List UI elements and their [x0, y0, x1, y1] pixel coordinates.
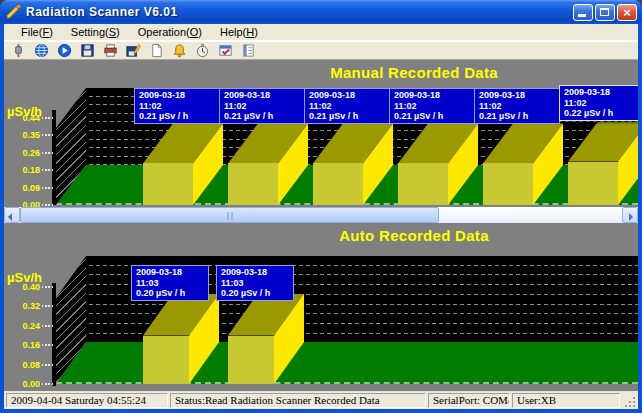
- chart-title: Manual Recorded Data: [184, 64, 638, 81]
- record-time: 11:02: [309, 101, 385, 112]
- record-value: 0.21 µSv / h: [394, 111, 470, 122]
- y-tick-label: 0.00: [4, 200, 40, 207]
- status-datetime: 2009-04-04 Saturday 04:55:24: [6, 393, 168, 408]
- timer-icon: [195, 43, 210, 58]
- connect-icon: [11, 43, 26, 58]
- toolbar-save-as-button[interactable]: [123, 41, 143, 60]
- toolbar-report-button[interactable]: [146, 41, 166, 60]
- record-value: 0.21 µSv / h: [479, 111, 555, 122]
- data-label-box[interactable]: 2009-03-1811:020.21 µSv / h: [134, 88, 220, 124]
- toolbar-connect-button[interactable]: [8, 41, 28, 60]
- app-pencil-icon[interactable]: [6, 4, 22, 20]
- toolbar-alarm-button[interactable]: [169, 41, 189, 60]
- toolbar-run-button[interactable]: [54, 41, 74, 60]
- record-date: 2009-03-18: [136, 267, 204, 278]
- status-serial-port: SerialPort: COM4: [428, 393, 510, 408]
- bar-front-face: [398, 163, 448, 205]
- y-axis-line: [52, 110, 56, 205]
- data-label-box[interactable]: 2009-03-1811:030.20 µSv / h: [131, 265, 209, 301]
- toolbar-timer-button[interactable]: [192, 41, 212, 60]
- y-tick-marks-icon: [42, 169, 55, 171]
- chart-title: Auto Recorded Data: [184, 227, 638, 244]
- bar-front-face: [143, 163, 193, 205]
- y-tick-marks-icon: [42, 187, 55, 189]
- world-icon: [34, 43, 49, 58]
- y-tick-label: 0.40: [4, 282, 40, 292]
- menu-bar: File(F)Setting(S)Operation(O)Help(H): [4, 24, 638, 41]
- data-label-box[interactable]: 2009-03-1811:020.21 µSv / h: [389, 88, 475, 124]
- menu-item-s[interactable]: Setting(S): [62, 25, 129, 40]
- client-area: File(F)Setting(S)Operation(O)Help(H) Man…: [4, 24, 638, 409]
- scroll-left-icon: [8, 213, 12, 221]
- maximize-button[interactable]: [595, 4, 615, 21]
- y-tick-marks-icon: [42, 134, 55, 136]
- run-icon: [57, 43, 72, 58]
- record-date: 2009-03-18: [479, 90, 555, 101]
- toolbar-world-button[interactable]: [31, 41, 51, 60]
- scroll-right-icon: [629, 213, 633, 221]
- y-tick-marks-icon: [42, 344, 55, 346]
- toolbar-print-button[interactable]: [100, 41, 120, 60]
- record-date: 2009-03-18: [139, 90, 215, 101]
- title-bar[interactable]: Radiation Scanner V6.01 ×: [0, 0, 642, 24]
- bar-front-face: [313, 163, 363, 205]
- bar-front-face: [483, 163, 533, 205]
- y-tick-marks-icon: [42, 383, 55, 385]
- scrollbar-track[interactable]: [20, 207, 622, 223]
- y-tick-label: 0.16: [4, 340, 40, 350]
- data-label-box[interactable]: 2009-03-1811:030.20 µSv / h: [216, 265, 294, 301]
- bar-front-face: [228, 336, 274, 385]
- bar-front-face: [143, 336, 189, 385]
- menu-item-o[interactable]: Operation(O): [129, 25, 211, 40]
- record-value: 0.22 µSv / h: [564, 108, 638, 119]
- scroll-left-button[interactable]: [4, 207, 20, 223]
- record-value: 0.21 µSv / h: [139, 111, 215, 122]
- y-tick-marks-icon: [42, 117, 55, 119]
- toolbar-log-button[interactable]: [238, 41, 258, 60]
- toolbar-save-button[interactable]: [77, 41, 97, 60]
- bar-front-face: [228, 163, 278, 205]
- status-user: User:XB: [512, 393, 620, 408]
- y-tick-label: 0.44: [4, 113, 40, 123]
- record-date: 2009-03-18: [394, 90, 470, 101]
- manual-recorded-chart: Manual Recorded DataµSv/h0.440.350.260.1…: [4, 60, 638, 207]
- toolbar-settings-check-button[interactable]: [215, 41, 235, 60]
- close-button[interactable]: ×: [617, 4, 637, 21]
- horizontal-scrollbar[interactable]: [4, 207, 638, 223]
- status-bar: 2009-04-04 Saturday 04:55:24 Status:Read…: [4, 391, 638, 409]
- record-time: 11:02: [394, 101, 470, 112]
- record-value: 0.20 µSv / h: [221, 288, 289, 299]
- log-icon: [241, 43, 256, 58]
- record-value: 0.21 µSv / h: [224, 111, 300, 122]
- record-date: 2009-03-18: [309, 90, 385, 101]
- y-tick-marks-icon: [42, 204, 55, 206]
- menu-item-h[interactable]: Help(H): [211, 25, 267, 40]
- y-tick-marks-icon: [42, 152, 55, 154]
- tool-bar: [4, 41, 638, 60]
- alarm-icon: [172, 43, 187, 58]
- status-message: Status:Read Radiation Scanner Recorded D…: [170, 393, 426, 408]
- y-tick-label: 0.26: [4, 148, 40, 158]
- y-tick-label: 0.08: [4, 360, 40, 370]
- record-date: 2009-03-18: [224, 90, 300, 101]
- minimize-button[interactable]: [573, 4, 593, 21]
- resize-grip-icon[interactable]: [624, 396, 636, 408]
- record-date: 2009-03-18: [221, 267, 289, 278]
- maximize-icon: [600, 8, 609, 16]
- y-tick-label: 0.24: [4, 321, 40, 331]
- data-label-box[interactable]: 2009-03-1811:020.21 µSv / h: [304, 88, 390, 124]
- data-label-box[interactable]: 2009-03-1811:020.22 µSv / h: [559, 85, 638, 121]
- app-window: Radiation Scanner V6.01 × File(F)Setting…: [0, 0, 642, 413]
- record-date: 2009-03-18: [564, 87, 638, 98]
- data-label-box[interactable]: 2009-03-1811:020.21 µSv / h: [474, 88, 560, 124]
- record-time: 11:03: [136, 278, 204, 289]
- settings-check-icon: [218, 43, 233, 58]
- scroll-right-button[interactable]: [622, 207, 638, 223]
- data-label-box[interactable]: 2009-03-1811:020.21 µSv / h: [219, 88, 305, 124]
- scrollbar-thumb[interactable]: [20, 207, 439, 223]
- y-tick-marks-icon: [42, 305, 55, 307]
- bar-front-face: [568, 162, 618, 206]
- record-value: 0.20 µSv / h: [136, 288, 204, 299]
- menu-item-f[interactable]: File(F): [12, 25, 62, 40]
- print-icon: [103, 43, 118, 58]
